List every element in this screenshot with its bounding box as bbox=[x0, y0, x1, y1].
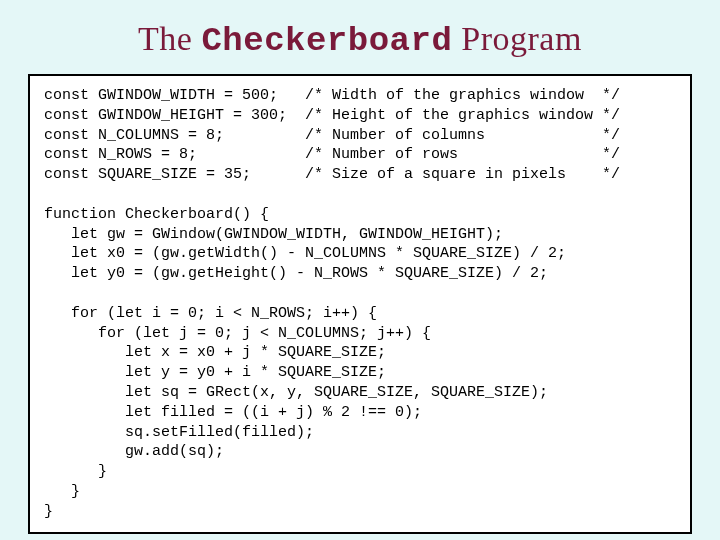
title-post: Program bbox=[452, 20, 582, 57]
title-pre: The bbox=[138, 20, 201, 57]
code-listing: const GWINDOW_WIDTH = 500; /* Width of t… bbox=[44, 86, 676, 522]
title-mono: Checkerboard bbox=[201, 22, 452, 60]
slide-title: The Checkerboard Program bbox=[28, 20, 692, 60]
code-box: const GWINDOW_WIDTH = 500; /* Width of t… bbox=[28, 74, 692, 534]
slide: The Checkerboard Program const GWINDOW_W… bbox=[0, 0, 720, 540]
